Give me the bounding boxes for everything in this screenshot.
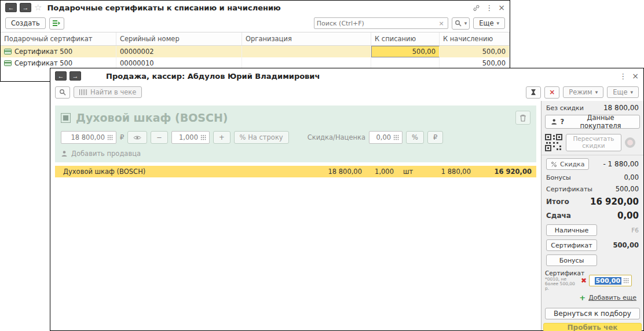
chevron-down-icon: ▾ [464,20,467,26]
serial-number: 00000002 [116,46,242,57]
back-button[interactable]: ← [5,3,17,12]
certificate-name: Сертификат 500 [14,59,72,67]
certificate-name: Сертификат 500 [14,48,72,56]
search-clear-icon[interactable]: × [438,20,445,27]
add-more-link[interactable]: Добавить еще [588,294,636,301]
favorite-star-icon[interactable]: ☆ [34,3,42,12]
certificates-label: Сертификаты [546,185,592,193]
trash-icon [519,114,526,122]
certificates-value: 500,00 [616,185,639,193]
discount-percent-button[interactable]: % [406,131,424,144]
find-in-receipt-label: Найти в чеке [90,88,136,96]
gift-certificate-icon [4,49,12,54]
writeoff-cell [371,57,440,69]
cash-payment-button[interactable]: Наличные [546,224,597,236]
cash-hotkey: F6 [631,227,639,234]
close-icon[interactable]: × [632,71,639,81]
forward-button[interactable]: → [20,3,31,12]
more-menu-icon[interactable]: ⋮ [619,72,627,81]
receipt-line[interactable]: Духовой шкаф (BOSCH) 18 800,00 1,000 шт … [55,166,536,177]
mode-button[interactable]: Режим ▾ [563,86,603,98]
refresh-list-button[interactable] [49,17,64,30]
postpone-receipt-button[interactable] [526,86,541,99]
change-value: 0,00 [617,210,639,221]
discount-tools-row: Пересчитать скидки [541,132,643,155]
numpad-icon[interactable] [107,134,113,140]
create-button[interactable]: Создать [5,17,46,29]
discount-field-group [369,131,402,144]
close-icon[interactable]: × [498,3,505,12]
chevron-down-icon: ▾ [496,20,499,26]
more-button[interactable]: Еще ▾ [473,17,505,29]
add-seller-link[interactable]: Добавить продавца [61,150,141,158]
search-box: × [314,17,448,29]
qty-minus-button[interactable]: − [151,131,168,144]
price-field-group [61,131,116,144]
find-in-receipt-button[interactable]: Найти в чеке [74,86,142,98]
checkout-button[interactable]: Пробить чек [543,323,642,331]
discount-indicator-button[interactable] [625,137,635,148]
bonuses-value: 0,00 [624,173,639,181]
discount-ruble-button[interactable]: ₽ [427,131,443,144]
discount-input[interactable] [372,133,391,141]
table-row[interactable]: Сертификат 500 00000002 500,00 500,00 [1,46,510,57]
customer-data-button[interactable]: ? Данные покупателя [545,115,640,129]
table-row[interactable]: Сертификат 500 00000010 500,00 [1,57,510,69]
receipt-pane: Духовой шкаф (BOSCH) ₽ − [50,101,541,330]
recalculate-discounts-button[interactable]: Пересчитать скидки [566,134,621,151]
numpad-icon[interactable] [393,134,399,140]
quantity-input[interactable] [175,133,198,141]
column-header[interactable]: Организация [242,32,371,45]
view-button[interactable] [127,131,147,144]
cancel-receipt-button[interactable]: × [544,86,559,99]
writeoff-cell-active[interactable]: 500,00 [371,46,440,57]
accrual-cell: 500,00 [440,57,510,69]
line-product-name: Духовой шкаф (BOSCH) [55,168,312,176]
qty-plus-button[interactable]: + [213,131,230,144]
window-title: Продажа, кассир: Абдулов Юрий Владимиров… [106,72,320,81]
get-link-icon[interactable] [473,4,480,12]
search-input[interactable] [317,20,438,27]
no-discount-label: Без скидки [546,104,584,112]
customer-data-label: Данные покупателя [567,114,634,130]
discount-per-line-button[interactable]: % На строку [234,131,289,144]
delete-line-button[interactable] [515,111,530,125]
discount-button[interactable]: Скидка [546,158,589,170]
bonuses-payment-button[interactable]: Бонусы [546,254,597,266]
numpad-icon[interactable] [623,278,629,283]
certificates-toolbar: Создать × ▾ Еще ▾ [1,14,510,32]
column-header[interactable]: К списанию [371,32,440,45]
more-menu-icon[interactable]: ⋮ [485,3,493,12]
cert-line-label: Сертификат [545,270,579,277]
price-input[interactable] [64,133,105,141]
numpad-icon[interactable] [200,134,206,140]
certificate-payment-button[interactable]: Сертификат [546,239,597,251]
column-header[interactable]: К начислению [440,32,510,45]
qr-code-icon[interactable] [545,134,562,151]
red-x-icon: × [549,88,555,96]
line-discount: 1 880,00 [420,168,475,176]
chevron-down-icon: ▾ [595,89,598,95]
search-button[interactable] [55,86,70,99]
certificate-amount-field[interactable]: 500,00 [589,275,632,286]
cert-line-note: *0010, не более 500,00 р. [545,277,579,292]
search-options-button[interactable]: ▾ [452,17,470,30]
more-button-label: Еще [613,88,627,96]
back-button[interactable]: ← [55,71,67,81]
more-button[interactable]: Еще ▾ [607,86,639,98]
line-editor-panel: Духовой шкаф (BOSCH) ₽ − [55,106,536,162]
bonuses-label: Бонусы [546,174,571,181]
accrual-cell: 500,00 [440,46,510,57]
back-to-selection-button[interactable]: Вернуться к подбору [545,308,640,319]
quantity-field-group [171,131,210,144]
hourglass-icon [530,89,536,96]
sale-toolbar: Найти в чеке × Режим ▾ Еще ▾ [50,83,643,101]
column-header[interactable]: Серийный номер [116,32,242,45]
discount-button-label: Скидка [560,161,584,168]
forward-button[interactable]: → [69,71,81,81]
remove-certificate-icon[interactable]: ✖ [581,277,587,285]
line-total: 16 920,00 [475,168,536,176]
discount-markup-label: Скидка/Наценка [308,133,365,141]
column-header[interactable]: Подарочный сертификат [1,32,116,45]
line-price: 18 800,00 [312,168,367,176]
